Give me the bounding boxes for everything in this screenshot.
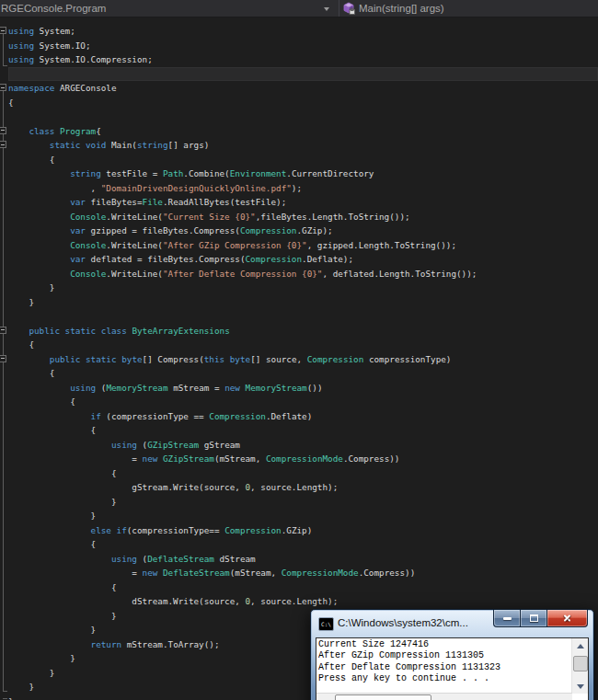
fold-gutter [0,0,8,700]
code-line: { [8,338,34,352]
fold-toggle[interactable] [0,127,6,134]
button-gloss [521,610,546,626]
horizontal-scrollbar-thumb[interactable] [335,694,431,700]
code-line: gStream.Write(source, 0, source.Length); [8,480,338,495]
vs-editor-screen: RGEConsole.Program Main(string[] args) u… [0,0,598,700]
editor-navigation-bar: RGEConsole.Program Main(string[] args) [0,0,598,17]
code-line: Console.WriteLine("After GZip Compressio… [8,238,456,253]
console-text-line: After Deflate Compression 1131323 [318,662,571,673]
code-line: { [8,580,117,595]
fold-region-end-tick [3,65,7,66]
code-line: { [8,153,54,167]
fold-toggle[interactable] [0,141,6,148]
code-line: = new DeflateStream(mStream, Compression… [8,566,415,580]
code-line: using System.IO; [8,39,91,53]
code-line: } [8,281,54,295]
cmd-title-bar[interactable]: C:\ C:\Windows\system32\cm... [311,610,593,637]
member-dropdown[interactable]: Main(string[] args) [359,0,444,17]
code-line: { [8,537,96,552]
code-line: , "DomainDrivenDesignQuicklyOnline.pdf")… [8,181,302,196]
cmd-window: C:\ C:\Windows\system32\cm... Current Si… [310,609,594,700]
type-scope-dropdown[interactable]: RGEConsole.Program [0,0,339,17]
fold-toggle[interactable] [0,327,6,334]
code-line: { [8,395,75,409]
horizontal-scrollbar[interactable] [316,693,572,700]
code-line: } [8,495,117,510]
close-button[interactable] [546,610,588,627]
code-line: { [8,96,14,110]
close-icon [562,614,572,624]
vertical-scrollbar[interactable] [571,638,588,694]
code-line: } [8,509,96,523]
code-line: using (MemoryStream mStream = new Memory… [8,381,323,396]
code-line: } [8,609,117,624]
type-scope-label: RGEConsole.Program [1,0,106,17]
code-line: using (GZipStream gStream [8,438,240,453]
scroll-down-button[interactable] [572,679,588,694]
code-line: } [8,651,75,666]
fold-region-line [3,91,4,692]
code-line: dStream.Write(source, 0, source.Length); [8,594,338,609]
code-line: public static class ByteArrayExtensions [8,324,230,339]
code-line: { [8,366,54,381]
chevron-down-icon[interactable] [324,7,329,11]
code-line: } [8,680,34,694]
code-line: var deflated = fileBytes.Compress(Compre… [8,252,353,267]
code-line: { [8,423,96,438]
fold-region-end-tick [3,698,7,699]
code-line: using System; [8,24,75,39]
arrow-down-icon [577,684,584,689]
console-text-line: After GZip Compression 1131305 [318,650,571,661]
code-line: public static byte[] Compress(this byte[… [8,352,451,367]
code-line: = new GZipStream(mStream, CompressionMod… [8,452,399,466]
code-line: Console.WriteLine("After Deflate Compres… [8,267,477,281]
code-line: class Program{ [8,124,101,139]
caption-buttons [493,610,588,628]
code-line: static void Main(string[] args) [8,138,209,153]
code-line: string testFile = Path.Combine(Environme… [8,166,374,181]
minimize-button[interactable] [493,610,520,627]
button-gloss [494,610,520,626]
navbar-separator [339,0,339,17]
code-editor-area[interactable]: using System;using System.IO;using Syste… [0,17,598,700]
console-output: Current Size 1247416After GZip Compressi… [318,639,571,694]
maximize-button[interactable] [520,610,546,627]
cmd-app-icon[interactable]: C:\ [318,617,334,631]
code-line: var gzipped = fileBytes.Compress(Compres… [8,224,333,238]
console-text-line: Press any key to continue . . . [318,673,571,684]
code-line: else if(compressionType== Compression.GZ… [8,523,312,538]
arrow-up-icon [577,644,584,648]
scrollbar-thumb[interactable] [573,656,588,671]
code-line: return mStream.ToArray(); [8,637,220,652]
fold-region-line [3,34,4,66]
code-line: using System.IO.Compression; [8,52,153,67]
scroll-up-button[interactable] [572,638,588,653]
code-line: Console.WriteLine("Current Size {0}",fil… [8,210,410,224]
console-client-area[interactable]: Current Size 1247416After GZip Compressi… [316,637,589,700]
fold-toggle[interactable] [0,27,6,34]
fold-region-end-tick [3,691,7,692]
code-line: namespace ARGEConsole [8,81,117,96]
code-line: } [8,295,34,310]
code-line: } [8,694,14,700]
code-line: using (DeflateStream dStream [8,552,256,567]
code-line: } [8,623,96,637]
code-line: if (compressionType == Compression.Defla… [8,409,312,424]
console-text-line: Current Size 1247416 [318,639,571,650]
code-line: { [8,466,117,481]
method-icon [342,2,355,15]
cmd-window-title: C:\Windows\system32\cm... [338,610,468,637]
fold-toggle[interactable] [0,84,6,91]
code-line: var fileBytes=File.ReadAllBytes(testFile… [8,195,286,210]
fold-toggle[interactable] [0,355,6,362]
code-line [8,67,598,82]
code-line: } [8,666,54,681]
